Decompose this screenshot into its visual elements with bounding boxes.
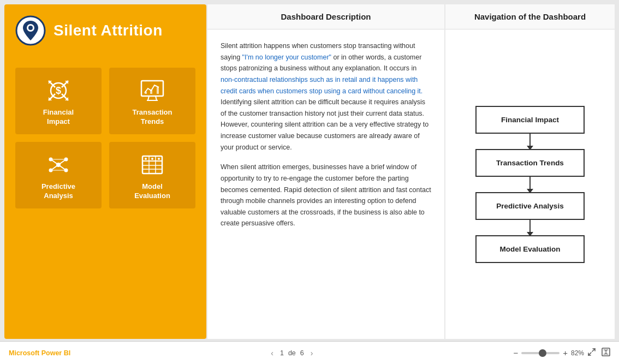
flow-box-financial-impact[interactable]: Financial Impact: [475, 106, 585, 134]
zoom-plus-button[interactable]: +: [563, 348, 568, 357]
svg-rect-19: [157, 87, 159, 94]
monitor-icon: [139, 77, 165, 104]
highlight-quote: "I'm no longer your customer": [242, 53, 331, 61]
zoom-control: − + 82%: [513, 348, 610, 359]
svg-point-38: [151, 158, 153, 160]
center-panel-header: Dashboard Description: [207, 4, 444, 29]
app-title: Silent Attrition: [53, 22, 163, 39]
zoom-value: 82%: [571, 349, 584, 357]
model-evaluation-label: ModelEvaluation: [134, 182, 170, 201]
flow-arrow-2: [529, 177, 531, 192]
svg-point-2: [28, 26, 33, 30]
right-panel: Navigation of the Dashboard Financial Im…: [445, 4, 615, 339]
svg-point-37: [145, 158, 147, 160]
nav-card-financial-impact[interactable]: $ FinancialImpact: [15, 68, 102, 134]
svg-line-26: [58, 159, 66, 165]
page-current: 1: [280, 349, 284, 357]
zoom-minus-button[interactable]: −: [513, 348, 518, 357]
bottom-right-icons: [587, 348, 610, 359]
svg-line-27: [51, 165, 58, 170]
description-body: Silent attrition happens when customers …: [207, 29, 444, 339]
center-panel: Dashboard Description Silent attrition h…: [207, 4, 444, 339]
bottom-bar: Microsoft Power BI ‹ 1 de 6 › − + 82%: [0, 341, 619, 364]
flow-box-model-evaluation[interactable]: Model Evaluation: [475, 235, 585, 263]
transaction-trends-label: TransactionTrends: [133, 108, 172, 127]
zoom-slider-thumb: [539, 349, 546, 357]
page-separator: de: [288, 349, 296, 357]
page-prev-arrow[interactable]: ‹: [269, 348, 276, 359]
nav-card-transaction-trends[interactable]: TransactionTrends: [109, 68, 195, 134]
left-panel: Silent Attrition $: [4, 4, 206, 339]
flow-arrow-1: [529, 134, 531, 149]
zoom-slider[interactable]: [521, 352, 560, 354]
page-total: 6: [300, 349, 304, 357]
main-content: Silent Attrition $: [0, 0, 619, 341]
svg-point-39: [158, 158, 160, 160]
logo-icon: [15, 15, 46, 46]
svg-line-25: [51, 159, 58, 165]
description-paragraph-1: Silent attrition happens when customers …: [221, 40, 431, 153]
powerbi-link[interactable]: Microsoft Power BI: [9, 349, 70, 357]
svg-rect-18: [150, 89, 152, 94]
page-next-arrow[interactable]: ›: [308, 348, 316, 359]
flowchart: Financial Impact Transaction Trends Pred…: [445, 29, 615, 339]
svg-rect-40: [602, 348, 610, 356]
description-paragraph-2: When silent attrition emerges, businesse…: [221, 162, 431, 229]
right-panel-header: Navigation of the Dashboard: [445, 4, 615, 29]
svg-rect-17: [145, 92, 147, 94]
fullscreen-icon[interactable]: [602, 348, 610, 359]
flow-box-predictive-analysis[interactable]: Predictive Analysis: [475, 192, 585, 220]
table-icon: [139, 152, 165, 178]
nav-card-predictive-analysis[interactable]: PredictiveAnalysis: [15, 142, 102, 208]
svg-line-28: [58, 165, 66, 170]
highlight-1: non-contractual relationships such as in…: [221, 76, 422, 95]
financial-impact-label: FinancialImpact: [43, 108, 74, 127]
flow-box-transaction-trends[interactable]: Transaction Trends: [475, 149, 585, 177]
nav-card-model-evaluation[interactable]: ModelEvaluation: [109, 142, 195, 208]
logo-title: Silent Attrition: [15, 15, 163, 46]
share-icon[interactable]: [587, 348, 596, 359]
pagination: ‹ 1 de 6 ›: [269, 348, 315, 359]
flow-arrow-3: [529, 220, 531, 235]
network-icon: [45, 152, 72, 178]
dollar-icon: $: [45, 77, 72, 104]
nav-grid: $ FinancialImpact: [15, 68, 195, 208]
predictive-analysis-label: PredictiveAnalysis: [41, 182, 75, 201]
svg-text:$: $: [56, 85, 61, 96]
